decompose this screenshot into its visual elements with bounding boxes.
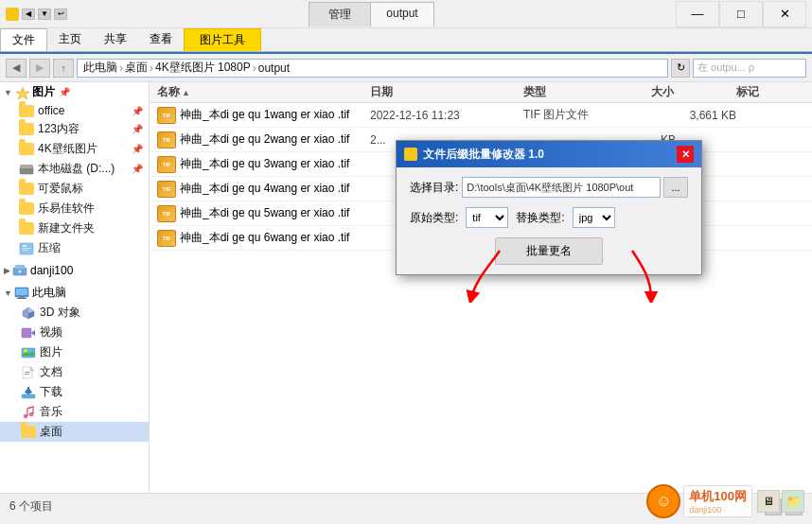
sidebar-label-4k: 4K壁纸图片 — [38, 141, 97, 157]
address-path[interactable]: 此电脑 › 桌面 › 4K壁纸图片 1080P › output — [77, 59, 668, 78]
sidebar-label-videos: 视频 — [40, 324, 62, 341]
up-button[interactable]: ↑ — [53, 59, 74, 78]
tif-file-icon-5: TIF — [157, 205, 176, 222]
sidebar-item-cutemouse[interactable]: 可爱鼠标 — [0, 179, 149, 199]
sidebar-header-quickaccess[interactable]: ▼ 图片 📌 — [0, 82, 149, 102]
path-computer: 此电脑 — [83, 60, 117, 76]
tab-view[interactable]: 查看 — [138, 28, 184, 51]
svg-rect-5 — [23, 245, 26, 247]
close-button[interactable]: ✕ — [763, 1, 806, 27]
row2-filename: 神曲_本di ge qu 2wang er xiao .tif — [180, 131, 349, 148]
chevron-down-icon-thispc: ▼ — [4, 288, 12, 298]
sidebar-item-easysoftware[interactable]: 乐易佳软件 — [0, 199, 149, 218]
sidebar-item-pictures[interactable]: 图片 — [0, 342, 149, 362]
row4-filename: 神曲_本di ge qu 4wang er xiao .tif — [180, 181, 349, 197]
sidebar-label-docs: 文档 — [40, 364, 62, 380]
sidebar-header-danji[interactable]: ▶ danji100 — [0, 262, 149, 279]
dialog-title-text: 文件后缀批量修改器 1.0 — [423, 147, 677, 163]
forward-button[interactable]: ▶ — [29, 59, 50, 78]
title-tabs: 管理 output — [67, 2, 676, 26]
sidebar-header-thispc[interactable]: ▼ 此电脑 — [0, 283, 149, 303]
quick-btn-3[interactable]: ↩ — [54, 9, 67, 20]
quick-btn-1[interactable]: ◀ — [22, 9, 35, 20]
col-type-header[interactable]: 类型 — [523, 84, 651, 100]
row3-name-cell: TIF 神曲_本di ge qu 3wang er xiao .tif — [157, 156, 370, 173]
sidebar-item-downloads[interactable]: 下载 — [0, 382, 149, 402]
folder-icon-123 — [19, 123, 34, 135]
computer-icon — [14, 287, 29, 300]
watermark-icon-1: 🖥 — [757, 490, 780, 513]
col-tag-header: 标记 — [736, 84, 804, 100]
row4-name-cell: TIF 神曲_本di ge qu 4wang er xiao .tif — [157, 181, 370, 198]
path-wallpaper: 4K壁纸图片 1080P — [155, 60, 251, 76]
sidebar-item-desktop[interactable]: 桌面 — [0, 422, 149, 442]
watermark-icons: 🖥 📁 — [757, 490, 804, 513]
sidebar-item-videos[interactable]: 视频 — [0, 323, 149, 342]
quick-btn-2[interactable]: ▼ — [38, 9, 51, 20]
path-arrow-2: › — [150, 61, 153, 75]
sidebar-label-pictures: 图片 — [40, 344, 62, 360]
pictures-icon — [21, 346, 36, 359]
search-box[interactable]: 在 outpu... ρ — [693, 59, 806, 78]
batch-rename-button[interactable]: 批量更名 — [495, 237, 603, 265]
back-button[interactable]: ◀ — [6, 59, 26, 78]
pin-icon — [15, 86, 30, 99]
sidebar-item-4kwallpaper[interactable]: 4K壁纸图片 📌 — [0, 139, 149, 159]
pin-button[interactable]: 📌 — [59, 87, 70, 97]
dialog-replace-select[interactable]: jpg png tif — [573, 207, 615, 228]
svg-point-3 — [29, 168, 32, 171]
minimize-button[interactable]: — — [676, 1, 719, 27]
tif-file-icon-4: TIF — [157, 181, 176, 198]
tif-file-icon-6: TIF — [157, 230, 176, 247]
sidebar-item-3dobjects[interactable]: 3D 对象 — [0, 303, 149, 323]
dialog-close-button[interactable]: ✕ — [677, 146, 694, 163]
tab-picture-tools[interactable]: 图片工具 — [184, 28, 261, 51]
maximize-button[interactable]: □ — [719, 1, 763, 27]
refresh-button[interactable]: ↻ — [671, 59, 690, 78]
svg-rect-2 — [20, 165, 33, 168]
tab-output[interactable]: output — [371, 2, 433, 26]
dialog-browse-button[interactable]: ... — [663, 177, 688, 198]
title-bar: ◀ ▼ ↩ 管理 output — □ ✕ — [0, 0, 812, 28]
ribbon-content-placeholder — [0, 51, 812, 52]
svg-rect-12 — [16, 288, 27, 295]
dialog-action-row: 批量更名 — [410, 237, 688, 265]
dialog-title-bar: 文件后缀批量修改器 1.0 ✕ — [397, 141, 701, 167]
address-bar: ◀ ▶ ↑ 此电脑 › 桌面 › 4K壁纸图片 1080P › output ↻… — [0, 54, 812, 82]
network-icon — [12, 264, 27, 277]
downloads-icon — [21, 386, 36, 399]
col-name-header[interactable]: 名称 ▲ — [157, 84, 370, 100]
col-size-header[interactable]: 大小 — [651, 84, 736, 100]
folder-icon-easy — [19, 202, 34, 215]
quick-access-label: 图片 — [32, 84, 55, 100]
col-date-header[interactable]: 日期 — [370, 84, 523, 100]
dialog-body: 选择目录: ... 原始类型: tif jpg png 替换类型: jpg pn… — [397, 167, 701, 274]
sidebar: ▼ 图片 📌 office 📌 123内容 📌 — [0, 82, 150, 493]
dialog-orig-label: 原始类型: — [410, 210, 458, 226]
window-controls: — □ ✕ — [676, 1, 806, 27]
drive-icon — [19, 163, 34, 176]
dialog-dir-input[interactable] — [462, 177, 661, 198]
sidebar-item-localdisk[interactable]: 本地磁盘 (D:...) 📌 — [0, 159, 149, 179]
svg-rect-18 — [22, 328, 31, 338]
tab-file[interactable]: 文件 — [0, 28, 47, 51]
table-row[interactable]: TIF 神曲_本di ge qu 1wang er xiao .tif 2022… — [150, 103, 812, 128]
row5-filename: 神曲_本di ge qu 5wang er xiao .tif — [180, 205, 349, 221]
sidebar-item-documents[interactable]: 文档 — [0, 362, 149, 382]
sidebar-label-office: office — [38, 104, 64, 117]
sidebar-label-music: 音乐 — [40, 404, 62, 420]
sidebar-item-music[interactable]: 音乐 — [0, 402, 149, 422]
tab-share[interactable]: 共享 — [93, 28, 138, 51]
sidebar-label-desktop: 桌面 — [40, 424, 62, 440]
tab-manage[interactable]: 管理 — [309, 2, 371, 26]
sidebar-item-newdir[interactable]: 新建文件夹 — [0, 218, 149, 238]
sidebar-item-compress[interactable]: 压缩 — [0, 238, 149, 258]
app-icon — [6, 8, 19, 21]
pin-icon-123: 📌 — [132, 124, 143, 134]
svg-marker-19 — [31, 330, 35, 336]
sidebar-label-danji: danji100 — [30, 264, 73, 277]
sidebar-item-office[interactable]: office 📌 — [0, 102, 149, 119]
tab-home[interactable]: 主页 — [47, 28, 93, 51]
sidebar-item-123content[interactable]: 123内容 📌 — [0, 119, 149, 139]
dialog-orig-select[interactable]: tif jpg png — [466, 207, 508, 228]
